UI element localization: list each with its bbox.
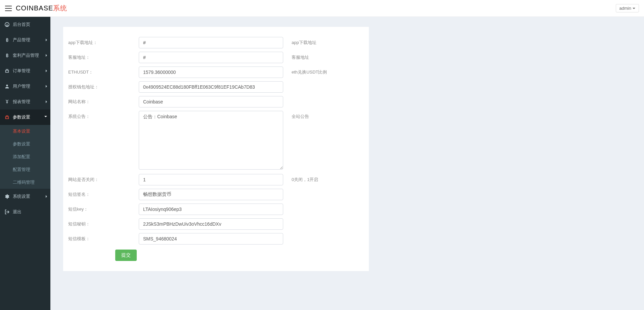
form-input-9[interactable] bbox=[139, 218, 283, 230]
form-label: 短信模板： bbox=[68, 233, 139, 242]
form-label: 短信秘钥： bbox=[68, 218, 139, 227]
form-input-wrap bbox=[139, 111, 283, 171]
form-input-wrap bbox=[139, 233, 283, 245]
form-input-wrap bbox=[139, 96, 283, 107]
header-left: COINBASE系统 bbox=[5, 4, 67, 13]
chevron-right-icon bbox=[46, 54, 47, 57]
submenu-item-3[interactable]: 配置管理 bbox=[0, 163, 50, 176]
sidebar-item-label: 报表管理 bbox=[13, 99, 30, 105]
form-input-1[interactable] bbox=[139, 52, 283, 63]
user-menu[interactable]: admin bbox=[616, 4, 639, 12]
sidebar-item-5[interactable]: 报表管理 bbox=[0, 94, 50, 109]
form-label: 短信签名： bbox=[68, 189, 139, 197]
form-row-8: 短信key： bbox=[68, 204, 364, 215]
brand-sys: 系统 bbox=[53, 4, 67, 12]
form-input-wrap bbox=[139, 189, 283, 200]
form-input-7[interactable] bbox=[139, 189, 283, 200]
sidebar-item-label: 订单管理 bbox=[13, 68, 30, 74]
submenu-item-0[interactable]: 基本设置 bbox=[0, 125, 50, 138]
form-input-wrap bbox=[139, 81, 283, 93]
chevron-right-icon bbox=[46, 100, 47, 103]
header: COINBASE系统 admin bbox=[0, 0, 644, 17]
chevron-right-icon bbox=[44, 116, 47, 119]
form-input-6[interactable] bbox=[139, 174, 283, 185]
chevron-right-icon bbox=[46, 195, 47, 198]
form-label: app下载地址： bbox=[68, 37, 139, 46]
main: app下载地址：app下载地址客服地址：客服地址ETHUSDT：eth兑换USD… bbox=[50, 17, 644, 281]
form-label: 短信key： bbox=[68, 204, 139, 212]
user-name: admin bbox=[619, 6, 631, 11]
bitcoin-icon bbox=[4, 38, 10, 42]
submit-button[interactable]: 提交 bbox=[115, 250, 137, 261]
sidebar-item-3[interactable]: 订单管理 bbox=[0, 63, 50, 79]
form-input-wrap bbox=[139, 67, 283, 78]
form-input-5[interactable] bbox=[139, 111, 283, 170]
yen-icon bbox=[4, 99, 10, 104]
form-input-10[interactable] bbox=[139, 233, 283, 245]
form-row-0: app下载地址：app下载地址 bbox=[68, 37, 364, 48]
form-row-6: 网站是否关闭：0关闭，1开启 bbox=[68, 174, 364, 185]
submenu-item-2[interactable]: 添加配置 bbox=[0, 150, 50, 163]
form-row-1: 客服地址：客服地址 bbox=[68, 52, 364, 63]
form-input-0[interactable] bbox=[139, 37, 283, 48]
header-right: admin bbox=[616, 4, 639, 12]
sidebar: 后台首页产品管理套利产品管理订单管理用户管理报表管理参数设置基本设置参数设置添加… bbox=[0, 17, 50, 281]
form-input-8[interactable] bbox=[139, 204, 283, 215]
form-label: 系统公告： bbox=[68, 111, 139, 120]
sidebar-item-label: 参数设置 bbox=[13, 114, 30, 120]
form-input-wrap bbox=[139, 218, 283, 230]
cogs-icon bbox=[4, 194, 10, 199]
submenu-item-4[interactable]: 二维码管理 bbox=[0, 176, 50, 189]
form-input-3[interactable] bbox=[139, 81, 283, 93]
chevron-right-icon bbox=[46, 70, 47, 72]
form-help: eth兑换USDT比例 bbox=[283, 67, 327, 75]
form-row-4: 网站名称： bbox=[68, 96, 364, 107]
chevron-right-icon bbox=[46, 39, 47, 41]
form-help: 0关闭，1开启 bbox=[283, 174, 318, 183]
form-label: 网站名称： bbox=[68, 96, 139, 105]
sidebar-item-6[interactable]: 参数设置 bbox=[0, 109, 50, 125]
sidebar-item-label: 后台首页 bbox=[13, 21, 30, 28]
sidebar-item-label: 用户管理 bbox=[13, 83, 30, 89]
form-row-9: 短信秘钥： bbox=[68, 218, 364, 230]
form-label: 网站是否关闭： bbox=[68, 174, 139, 183]
form-row-10: 短信模板： bbox=[68, 233, 364, 245]
sidebar-item-label: 产品管理 bbox=[13, 37, 30, 43]
sidebar-item-4[interactable]: 用户管理 bbox=[0, 79, 50, 94]
form-input-wrap bbox=[139, 52, 283, 63]
form-row-5: 系统公告：全站公告 bbox=[68, 111, 364, 171]
signout-icon bbox=[4, 210, 10, 214]
copy-icon bbox=[4, 69, 10, 73]
form-label: 授权钱包地址： bbox=[68, 81, 139, 90]
sidebar-item-1[interactable]: 产品管理 bbox=[0, 32, 50, 48]
form-input-wrap bbox=[139, 174, 283, 185]
dashboard-icon bbox=[4, 22, 10, 27]
form-help: 客服地址 bbox=[283, 52, 309, 60]
form-input-2[interactable] bbox=[139, 67, 283, 78]
hamburger-icon[interactable] bbox=[5, 6, 12, 11]
sidebar-item-0[interactable]: 后台首页 bbox=[0, 17, 50, 32]
form-row-7: 短信签名： bbox=[68, 189, 364, 200]
submit-row: 提交 bbox=[68, 250, 364, 261]
form-row-3: 授权钱包地址： bbox=[68, 81, 364, 93]
sidebar-item-label: 退出 bbox=[13, 209, 22, 215]
form-input-wrap bbox=[139, 204, 283, 215]
form-input-wrap bbox=[139, 37, 283, 48]
caret-down-icon bbox=[633, 8, 635, 9]
form-panel: app下载地址：app下载地址客服地址：客服地址ETHUSDT：eth兑换USD… bbox=[63, 27, 369, 271]
bitcoin-icon bbox=[4, 53, 10, 58]
sidebar-item-7[interactable]: 系统设置 bbox=[0, 189, 50, 204]
chevron-right-icon bbox=[46, 85, 47, 88]
user-icon bbox=[4, 84, 10, 89]
form-help: app下载地址 bbox=[283, 37, 316, 46]
sidebar-item-2[interactable]: 套利产品管理 bbox=[0, 48, 50, 63]
brand-title: COINBASE系统 bbox=[16, 4, 67, 13]
form-label: 客服地址： bbox=[68, 52, 139, 60]
form-input-4[interactable] bbox=[139, 96, 283, 107]
sidebar-item-label: 套利产品管理 bbox=[13, 52, 39, 58]
submenu-item-1[interactable]: 参数设置 bbox=[0, 138, 50, 150]
copy-icon bbox=[4, 115, 10, 120]
form-label: ETHUSDT： bbox=[68, 67, 139, 75]
sidebar-item-label: 系统设置 bbox=[13, 193, 30, 200]
sidebar-item-8[interactable]: 退出 bbox=[0, 204, 50, 220]
